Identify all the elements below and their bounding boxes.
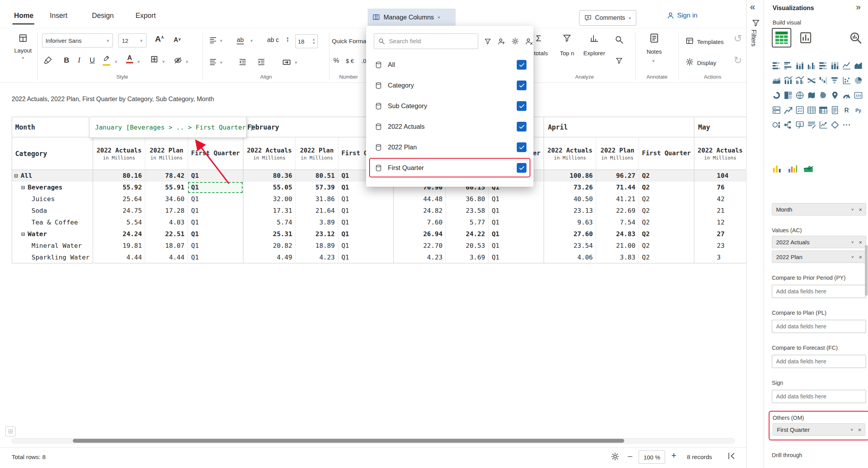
measure-header[interactable]: 2022 Actualsin Millions: [544, 137, 596, 170]
funnel-chart-icon[interactable]: [830, 76, 840, 85]
field-drop-placeholder[interactable]: Add data fields here: [772, 285, 866, 298]
matrix-cell[interactable]: 21.64: [296, 205, 338, 217]
matrix-cell[interactable]: 24.24: [93, 228, 145, 240]
custom-visual-yellow-icon[interactable]: [772, 163, 783, 174]
stacked-column-chart-icon[interactable]: [795, 61, 805, 70]
r-script-visual-icon[interactable]: R: [842, 105, 851, 115]
matrix-cell[interactable]: 17.31: [243, 205, 295, 217]
matrix-cell[interactable]: 26.94: [393, 228, 445, 240]
matrix-cell[interactable]: Q1: [488, 240, 544, 252]
explorer-label[interactable]: Explorer: [579, 50, 610, 56]
treemap-icon[interactable]: [783, 91, 793, 100]
filter-fields-icon[interactable]: [484, 38, 491, 45]
tab-home[interactable]: Home: [14, 12, 33, 20]
matrix-cell[interactable]: 44.48: [393, 193, 445, 205]
matrix-cell[interactable]: 9.63: [544, 217, 596, 228]
matrix-cell[interactable]: Q1: [338, 217, 393, 228]
card-icon[interactable]: 123: [854, 91, 863, 100]
matrix-cell[interactable]: Q1: [188, 252, 243, 263]
custom-visual-green-icon[interactable]: [803, 163, 814, 174]
measure-header[interactable]: First Quarter: [188, 137, 243, 170]
matrix-cell[interactable]: 21.00: [596, 240, 639, 252]
chevron-down-icon[interactable]: ∨: [250, 39, 253, 43]
field-chip-month[interactable]: Month∨×: [772, 203, 866, 216]
matrix-cell[interactable]: Q1: [488, 217, 544, 228]
horizontal-align-icon[interactable]: [209, 58, 217, 66]
matrix-cell[interactable]: 41.21: [596, 193, 639, 205]
top-n-label[interactable]: Top n: [555, 50, 579, 56]
matrix-cell[interactable]: Q2: [639, 170, 694, 182]
font-family-select[interactable]: Inforiver Sans ∨: [42, 33, 113, 47]
zoom-level[interactable]: 100 %: [639, 450, 665, 464]
matrix-cell[interactable]: 19.81: [93, 240, 145, 252]
shape-map-icon[interactable]: [819, 91, 828, 100]
matrix-cell[interactable]: 3.83: [596, 252, 639, 263]
matrix-cell[interactable]: 22.51: [145, 228, 188, 240]
notes-icon[interactable]: [649, 33, 660, 44]
matrix-cell[interactable]: 4.44: [93, 252, 145, 263]
format-painter-icon[interactable]: [44, 56, 52, 65]
remove-field-icon[interactable]: ×: [859, 206, 862, 213]
matrix-cell[interactable]: 31.86: [296, 193, 338, 205]
chevron-down-icon[interactable]: ∨: [851, 255, 854, 259]
measure-header[interactable]: 2022 Actualsin Millions: [243, 137, 295, 170]
matrix-cell[interactable]: 4.03: [145, 217, 188, 228]
chevron-down-icon[interactable]: ∨: [137, 60, 140, 64]
fill-color-button[interactable]: [103, 54, 111, 66]
kpi-icon[interactable]: [783, 105, 793, 115]
underline-button[interactable]: U: [90, 56, 95, 65]
templates-label[interactable]: Templates: [697, 39, 724, 45]
matrix-cell[interactable]: 55.92: [93, 182, 145, 193]
matrix-cell[interactable]: Q1: [338, 252, 393, 263]
display-label[interactable]: Display: [697, 60, 716, 66]
row-label-tea-coffee[interactable]: Tea & Coffee: [12, 217, 93, 228]
collapse-icon[interactable]: ⊟: [21, 184, 25, 191]
matrix-cell[interactable]: 3: [694, 252, 746, 263]
expand-pane-icon[interactable]: »: [856, 2, 861, 12]
analytics-icon[interactable]: [849, 31, 862, 44]
field-item-all[interactable]: All: [366, 54, 533, 75]
matrix-cell[interactable]: 4.44: [145, 252, 188, 263]
matrix-cell[interactable]: 20.82: [243, 240, 295, 252]
matrix-cell[interactable]: Q1: [488, 193, 544, 205]
chevron-down-icon[interactable]: ∨: [114, 60, 118, 64]
row-label-juices[interactable]: Juices: [12, 193, 93, 205]
chevron-down-icon[interactable]: ∨: [652, 59, 655, 63]
search-input[interactable]: [388, 37, 474, 45]
matrix-cell[interactable]: Q2: [639, 182, 694, 193]
matrix-cell[interactable]: 55.05: [243, 182, 295, 193]
chevron-down-icon[interactable]: ∨: [220, 61, 223, 65]
measure-header[interactable]: 2022 Planin Millions: [296, 137, 338, 170]
undo-icon[interactable]: ↺: [734, 33, 742, 45]
checkbox-checked[interactable]: [517, 101, 526, 111]
matrix-cell[interactable]: 18.07: [145, 240, 188, 252]
month-header-may[interactable]: May: [694, 117, 746, 137]
matrix-cell[interactable]: 22.70: [393, 240, 445, 252]
matrix-cell[interactable]: Q1: [188, 228, 243, 240]
explorer-icon[interactable]: [590, 33, 599, 43]
horizontal-scrollbar[interactable]: [12, 438, 735, 443]
matrix-cell[interactable]: 24.83: [596, 228, 639, 240]
person-add-icon[interactable]: [497, 37, 505, 46]
gauge-icon[interactable]: [842, 91, 851, 100]
redo-icon[interactable]: ↻: [734, 54, 742, 67]
filled-map-icon[interactable]: [807, 91, 816, 100]
matrix-cell[interactable]: 27.60: [544, 228, 596, 240]
line-and-clustered-column-chart-icon[interactable]: [795, 76, 805, 85]
matrix-cell[interactable]: Q2: [639, 228, 694, 240]
matrix-cell[interactable]: Q1: [188, 217, 243, 228]
measure-header[interactable]: 2022 Actualsin Millions: [694, 137, 746, 170]
matrix-cell[interactable]: Q1: [188, 240, 243, 252]
field-item-2022-plan[interactable]: 2022 Plan: [366, 137, 533, 158]
chevron-down-icon[interactable]: ∨: [220, 39, 223, 43]
vertical-align-icon[interactable]: [209, 36, 217, 44]
matrix-cell[interactable]: 17.28: [145, 205, 188, 217]
field-chip-first-quarter[interactable]: First Quarter∨×: [773, 423, 865, 436]
matrix-cell[interactable]: 55.91: [145, 182, 188, 193]
month-header-april[interactable]: April: [544, 117, 694, 137]
matrix-cell[interactable]: Q2: [639, 217, 694, 228]
decomposition-tree-icon[interactable]: [783, 120, 793, 130]
matrix-cell[interactable]: 24.22: [446, 228, 488, 240]
matrix-cell[interactable]: Q2: [639, 252, 694, 263]
measure-header[interactable]: 2022 Actualsin Millions: [93, 137, 145, 170]
